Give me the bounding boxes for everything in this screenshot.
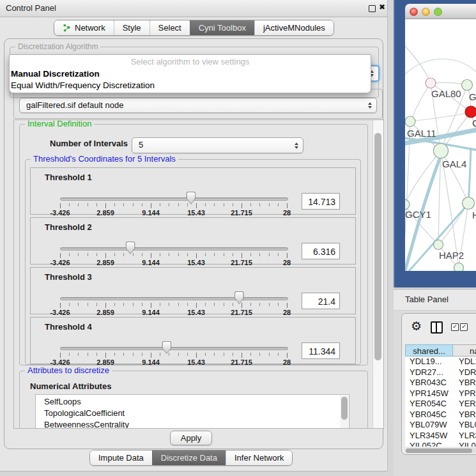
tick-mark xyxy=(69,253,70,256)
tick-mark xyxy=(160,303,160,306)
scrollbar-thumb[interactable] xyxy=(374,133,381,360)
network-node-gal11[interactable] xyxy=(405,116,415,127)
tab-infer-network[interactable]: Infer Network xyxy=(226,450,292,465)
slider-track[interactable] xyxy=(60,347,288,350)
tab-label: Cyni Toolbox xyxy=(199,23,246,33)
intervals-spinner[interactable]: 5 xyxy=(132,137,303,153)
dropdown-item-equal-width-frequency[interactable]: Equal Width/Frequency Discretization xyxy=(10,80,371,91)
node-label: GAL4 xyxy=(442,158,466,169)
slider-track[interactable] xyxy=(60,297,288,300)
tick-mark xyxy=(269,303,270,306)
close-traffic-light-icon[interactable] xyxy=(410,8,418,16)
group-title: Threshold's Coordinates for 5 Intervals xyxy=(31,155,178,164)
attribute-item[interactable]: TopologicalCoefficient xyxy=(36,408,349,419)
threshold-value-field[interactable]: 11.344 xyxy=(302,342,340,359)
group-title: Attributes to discretize xyxy=(25,366,112,375)
zoom-traffic-light-icon[interactable] xyxy=(434,8,442,16)
tab-label: Impute Data xyxy=(98,453,144,463)
close-icon[interactable]: ✖ xyxy=(379,3,385,12)
threshold-value-field[interactable]: 21.4 xyxy=(302,293,340,309)
panel-scrollbar[interactable] xyxy=(372,120,383,428)
scrollbar-thumb[interactable] xyxy=(406,449,472,453)
network-window-titlebar[interactable] xyxy=(405,4,476,19)
table-row[interactable]: YDL19...YDL1 xyxy=(405,357,476,367)
table-cell: YDL1 xyxy=(453,357,476,367)
slider-handle[interactable] xyxy=(234,291,244,304)
column-header-name[interactable]: na xyxy=(453,344,476,357)
slider-handle[interactable] xyxy=(126,242,135,254)
slider-track[interactable] xyxy=(60,197,288,201)
tick-mark xyxy=(151,203,151,208)
table-row[interactable]: YIL052CYIL0 xyxy=(405,441,476,447)
network-node-bottom[interactable] xyxy=(454,263,464,272)
list-scrollbar[interactable] xyxy=(340,395,348,429)
tab-select[interactable]: Select xyxy=(150,20,190,35)
tab-style[interactable]: Style xyxy=(114,20,150,35)
slider-track[interactable] xyxy=(60,247,288,250)
attribute-item[interactable]: BetweennessCentrality xyxy=(36,419,349,429)
tick-mark xyxy=(60,253,61,258)
network-node-gal80[interactable] xyxy=(426,78,436,88)
slider-tick-labels: -3.4262.8599.14415.4321.71528 xyxy=(60,259,287,266)
tick-mark xyxy=(278,203,279,206)
tick-mark xyxy=(160,203,160,206)
tab-cyni-toolbox[interactable]: Cyni Toolbox xyxy=(190,20,254,35)
threshold-3-slider[interactable]: -3.4262.8599.14415.4321.71528 xyxy=(60,284,287,314)
network-node-selected-red[interactable] xyxy=(465,106,476,118)
slider-handle[interactable] xyxy=(186,192,196,204)
float-window-icon[interactable] xyxy=(369,5,376,12)
threshold-value-field[interactable]: 14.713 xyxy=(302,193,340,210)
network-node-right[interactable] xyxy=(463,197,475,210)
dropdown-item-manual-discretization[interactable]: Manual Discretization xyxy=(10,68,371,80)
tick-mark xyxy=(259,303,260,306)
threshold-4-panel: Threshold 4 -3.4262.8599.14415.4321.7152… xyxy=(30,317,356,364)
algorithm-dropdown: Select algorithm to view settings Manual… xyxy=(9,54,371,93)
slider-handle[interactable] xyxy=(162,341,171,354)
table-row[interactable]: YDR27...YDR2 xyxy=(405,367,476,378)
tick-label: -3.426 xyxy=(50,209,70,217)
tab-impute-data[interactable]: Impute Data xyxy=(90,450,152,465)
select-all-checkbox-icon[interactable]: ✓ xyxy=(451,323,459,331)
slider-tick-labels: -3.4262.8599.14415.4321.71528 xyxy=(60,209,287,217)
table-row[interactable]: YPR145WYPR1 xyxy=(405,388,476,399)
network-view-window: GAL80 GA C GAL11 GAL4 GCY1 H HAP2 xyxy=(394,0,476,288)
table-row[interactable]: YER054CYER0 xyxy=(405,399,476,410)
columns-icon[interactable] xyxy=(431,321,443,334)
table-hscrollbar[interactable] xyxy=(405,448,476,453)
slider-ticks xyxy=(60,303,287,308)
attribute-item[interactable]: SelfLoops xyxy=(36,396,349,408)
column-header-shared-name[interactable]: shared... xyxy=(405,344,453,357)
table-row[interactable]: YBL079WYBL0 xyxy=(405,420,476,431)
network-node-gal4[interactable] xyxy=(434,144,449,158)
network-node-gcy1[interactable] xyxy=(405,199,410,210)
threshold-value-field[interactable]: 6.316 xyxy=(302,243,340,259)
tick-mark xyxy=(151,303,151,308)
tick-mark xyxy=(96,353,97,356)
table-row[interactable]: YBR045CYBR0 xyxy=(405,410,476,420)
minimize-traffic-light-icon[interactable] xyxy=(422,8,430,16)
network-node-top-right[interactable] xyxy=(462,80,473,91)
tick-mark xyxy=(114,353,115,356)
tab-jactivemnodules[interactable]: jActiveMNodules xyxy=(254,20,334,35)
network-node-hap2[interactable] xyxy=(434,240,443,250)
select-none-checkbox-icon[interactable]: ✓ xyxy=(460,323,468,331)
table-data-combo[interactable]: galFiltered.sif default node xyxy=(19,98,377,113)
tab-network[interactable]: Network xyxy=(54,20,114,35)
threshold-label: Threshold 2 xyxy=(45,222,92,232)
threshold-2-slider[interactable]: -3.4262.8599.14415.4321.71528 xyxy=(60,234,287,264)
scrollbar-thumb[interactable] xyxy=(341,397,348,420)
network-canvas[interactable]: GAL80 GA C GAL11 GAL4 GCY1 H HAP2 xyxy=(405,19,476,271)
tab-discretize-data[interactable]: Discretize Data xyxy=(152,450,226,465)
threshold-4-slider[interactable]: -3.4262.8599.14415.4321.71528 xyxy=(60,334,287,364)
threshold-3-panel: Threshold 3 -3.4262.8599.14415.4321.7152… xyxy=(30,267,356,314)
table-row[interactable]: YLR345WYLR3 xyxy=(405,431,476,441)
apply-button[interactable]: Apply xyxy=(170,431,212,445)
tick-mark xyxy=(142,353,142,356)
tick-mark xyxy=(250,203,251,206)
tick-mark xyxy=(196,203,197,208)
table-cell: YIL0 xyxy=(453,441,476,447)
gear-icon[interactable]: ⚙ xyxy=(411,320,422,333)
tick-mark xyxy=(160,353,160,356)
threshold-1-slider[interactable]: -3.4262.8599.14415.4321.71528 xyxy=(60,185,287,214)
table-row[interactable]: YBR043CYBR0 xyxy=(405,378,476,388)
